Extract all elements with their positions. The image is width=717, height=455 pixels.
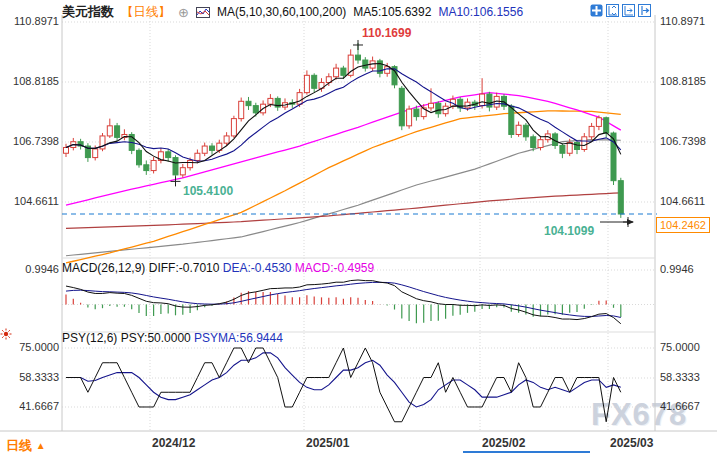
- chart-header: 美元指数 【日线】 ⊕ MA(5,10,30,60,100,200) MA5:1…: [62, 3, 523, 21]
- chart-toolbar: [590, 3, 651, 16]
- scroll-indicator[interactable]: [463, 451, 590, 453]
- chart-plot[interactable]: [0, 0, 717, 455]
- zoom-axis-icon[interactable]: [622, 3, 635, 16]
- crosshair-icon[interactable]: [590, 3, 603, 16]
- ma-params-label[interactable]: MA(5,10,30,60,100,200): [217, 5, 346, 19]
- ma5-value: MA5:105.6392: [353, 5, 431, 19]
- chart-window: FX678 美元指数 【日线】 ⊕ MA(5,10,30,60,100,200)…: [0, 0, 717, 455]
- fit-vertical-icon[interactable]: [606, 3, 619, 16]
- period-tag[interactable]: 【日线】: [121, 4, 171, 21]
- triangle-up-icon: ▲: [36, 440, 46, 451]
- last-price-box: 104.2462: [656, 217, 710, 233]
- period-selector[interactable]: 日线 ▲: [6, 437, 46, 455]
- add-indicator-icon[interactable]: ⊕: [178, 5, 189, 20]
- symbol-title: 美元指数: [62, 3, 114, 21]
- pan-right-icon[interactable]: [638, 3, 651, 16]
- ma-chart-icon[interactable]: [196, 7, 210, 18]
- period-label: 日线: [6, 438, 32, 453]
- ma10-value: MA10:106.1556: [438, 5, 523, 19]
- sun-badge-icon: [0, 327, 14, 345]
